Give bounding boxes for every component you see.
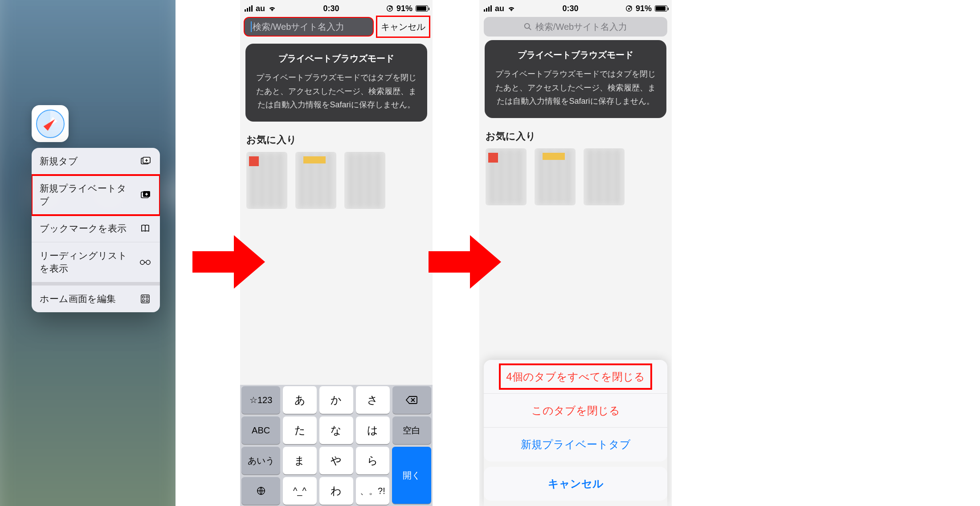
- battery-icon: [416, 5, 428, 12]
- sheet-close-this-tab[interactable]: このタブを閉じる: [484, 394, 667, 428]
- tutorial-image: 新規タブ 新規プライベートタブ: [0, 0, 980, 506]
- key-ha[interactable]: は: [356, 416, 390, 444]
- ctx-show-reading-list[interactable]: リーディングリストを表示: [32, 242, 160, 286]
- sheet-close-all-tabs[interactable]: 4個のタブをすべてを閉じる: [484, 360, 667, 394]
- key-kana[interactable]: あいう: [241, 447, 280, 474]
- action-sheet-cancel-group: キャンセル: [484, 467, 667, 501]
- favorite-tile[interactable]: [584, 148, 625, 205]
- key-wa[interactable]: わ: [319, 477, 353, 505]
- ctx-new-private-tab[interactable]: 新規プライベートタブ: [32, 175, 160, 215]
- status-bar: au 0:30 91%: [240, 0, 433, 14]
- carrier-label: au: [495, 4, 504, 13]
- private-browsing-card: プライベートブラウズモード プライベートブラウズモードではタブを閉じたあと、アク…: [245, 44, 427, 122]
- action-sheet-options: 4個のタブをすべてを閉じる このタブを閉じる 新規プライベートタブ: [484, 360, 667, 461]
- search-bar-area: 検索/Webサイト名入力 キャンセル: [240, 14, 433, 40]
- keyboard: ☆123 あ か さ ABC た な は 空白 あいう ま: [240, 385, 433, 506]
- key-ra[interactable]: ら: [356, 447, 390, 474]
- key-a[interactable]: あ: [283, 386, 317, 414]
- carrier-label: au: [256, 4, 265, 13]
- sheet-label: 4個のタブをすべてを閉じる: [506, 370, 645, 384]
- favorite-tile[interactable]: [535, 148, 576, 205]
- glasses-icon: [139, 257, 151, 268]
- key-na[interactable]: な: [319, 416, 353, 444]
- ctx-label: ブックマークを表示: [40, 222, 139, 235]
- clock: 0:30: [515, 4, 625, 13]
- private-body: プライベートブラウズモードではタブを閉じたあと、アクセスしたページ、検索履歴、ま…: [493, 67, 658, 108]
- favorite-tile[interactable]: [295, 152, 336, 209]
- text-cursor: [251, 21, 252, 32]
- key-ya[interactable]: や: [319, 447, 353, 474]
- book-icon: [139, 223, 151, 234]
- status-bar: au 0:30 91%: [479, 0, 672, 14]
- private-title: プライベートブラウズモード: [253, 53, 419, 65]
- private-browsing-card: プライベートブラウズモード プライベートブラウズモードではタブを閉じたあと、アク…: [485, 40, 666, 118]
- safari-tab-sheet-panel: au 0:30 91% 検索/Webサイト名入力 プライベートブラウズモード: [479, 0, 672, 506]
- key-emoticon[interactable]: ^_^: [283, 477, 317, 505]
- key-ka[interactable]: か: [319, 386, 353, 414]
- signal-icon: [245, 5, 253, 12]
- battery-icon: [655, 5, 667, 12]
- orientation-lock-icon: [625, 5, 633, 12]
- action-sheet: 4個のタブをすべてを閉じる このタブを閉じる 新規プライベートタブ キャンセル: [484, 360, 667, 506]
- safari-context-menu: 新規タブ 新規プライベートタブ: [32, 148, 160, 312]
- favorite-tile[interactable]: [344, 152, 385, 209]
- favorites-row: [246, 152, 426, 209]
- key-globe[interactable]: [241, 477, 280, 505]
- key-open[interactable]: 開く: [392, 447, 431, 504]
- svg-rect-8: [146, 296, 148, 298]
- favorites-title: お気に入り: [246, 133, 426, 147]
- safari-private-search-panel: au 0:30 91% 検索/Webサイト名入力 キャンセル: [240, 0, 433, 506]
- key-abc[interactable]: ABC: [241, 416, 280, 444]
- svg-point-5: [146, 260, 150, 264]
- key-space[interactable]: 空白: [392, 416, 431, 444]
- safari-app-icon[interactable]: [32, 105, 69, 142]
- svg-rect-10: [146, 300, 148, 302]
- wifi-icon: [268, 5, 276, 12]
- signal-icon: [484, 5, 492, 12]
- flow-arrow-icon: [429, 235, 500, 289]
- svg-rect-12: [389, 8, 391, 10]
- sheet-label: キャンセル: [548, 477, 604, 491]
- search-icon: [524, 23, 532, 31]
- battery-pct: 91%: [396, 4, 412, 13]
- flow-arrow-icon: [192, 235, 264, 289]
- sheet-new-private-tab[interactable]: 新規プライベートタブ: [484, 428, 667, 461]
- favorite-tile[interactable]: [486, 148, 527, 205]
- favorites-section: お気に入り: [486, 130, 666, 205]
- home-screen-panel: 新規タブ 新規プライベートタブ: [0, 0, 176, 506]
- favorites-title: お気に入り: [486, 130, 666, 143]
- ctx-edit-home-screen[interactable]: ホーム画面を編集: [32, 286, 160, 312]
- cancel-button[interactable]: キャンセル: [377, 17, 429, 37]
- favorites-row: [486, 148, 666, 205]
- svg-point-4: [140, 260, 144, 264]
- search-placeholder: 検索/Webサイト名入力: [535, 21, 627, 33]
- ctx-new-tab[interactable]: 新規タブ: [32, 148, 160, 175]
- svg-rect-9: [143, 300, 145, 302]
- tab-new-icon: [139, 155, 151, 167]
- key-sa[interactable]: さ: [356, 386, 390, 414]
- orientation-lock-icon: [386, 5, 393, 12]
- key-star123[interactable]: ☆123: [241, 386, 280, 414]
- sheet-cancel[interactable]: キャンセル: [484, 467, 667, 501]
- ctx-label: リーディングリストを表示: [40, 249, 139, 275]
- search-placeholder: 検索/Webサイト名入力: [253, 21, 344, 33]
- key-ta[interactable]: た: [283, 416, 317, 444]
- key-punct[interactable]: 、。?!: [356, 477, 390, 505]
- ctx-show-bookmarks[interactable]: ブックマークを表示: [32, 215, 160, 242]
- key-backspace[interactable]: [392, 386, 431, 414]
- clock: 0:30: [276, 4, 386, 13]
- tab-new-private-icon: [139, 189, 151, 201]
- key-ma[interactable]: ま: [283, 447, 317, 474]
- compass-icon: [36, 110, 65, 138]
- svg-rect-7: [143, 296, 145, 298]
- private-title: プライベートブラウズモード: [493, 49, 658, 61]
- search-input[interactable]: 検索/Webサイト名入力: [484, 17, 667, 37]
- sheet-label: 新規プライベートタブ: [521, 437, 631, 452]
- private-body: プライベートブラウズモードではタブを閉じたあと、アクセスしたページ、検索履歴、ま…: [253, 71, 419, 112]
- ctx-label: ホーム画面を編集: [40, 293, 139, 305]
- gap: [672, 0, 980, 506]
- grid-icon: [139, 293, 151, 305]
- wifi-icon: [507, 5, 515, 12]
- search-input[interactable]: 検索/Webサイト名入力: [244, 17, 374, 37]
- favorite-tile[interactable]: [246, 152, 287, 209]
